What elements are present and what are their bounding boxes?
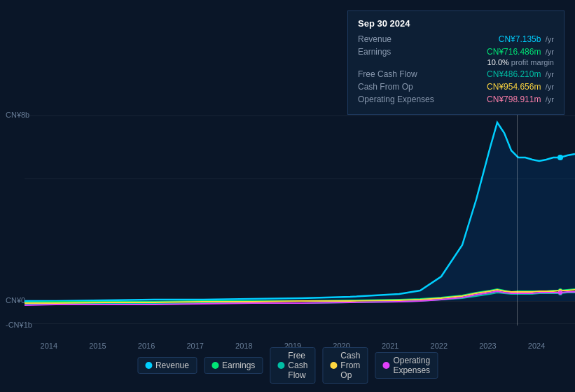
tooltip-label-earnings: Earnings <box>358 47 442 57</box>
legend-dot-cashop <box>330 362 337 369</box>
tooltip-label-cashop: Cash From Op <box>358 82 442 92</box>
opex-dot <box>558 290 562 295</box>
legend-item-cashop[interactable]: Cash From Op <box>322 347 368 384</box>
data-tooltip: Sep 30 2024 Revenue CN¥7.135b /yr Earnin… <box>347 10 564 115</box>
tooltip-value-revenue: CN¥7.135b /yr <box>499 34 554 44</box>
legend-label-cashop: Cash From Op <box>340 351 360 380</box>
legend-dot-opex <box>382 362 389 369</box>
tooltip-label-opex: Operating Expenses <box>358 94 442 104</box>
legend-item-earnings[interactable]: Earnings <box>204 357 263 374</box>
hover-line <box>517 112 518 326</box>
x-label-2014: 2014 <box>41 342 57 350</box>
legend-dot-earnings <box>212 362 219 369</box>
legend-label-earnings: Earnings <box>222 360 255 370</box>
legend-item-revenue[interactable]: Revenue <box>137 357 197 374</box>
tooltip-row-fcf: Free Cash Flow CN¥486.210m /yr <box>358 69 554 79</box>
legend-item-fcf[interactable]: Free Cash Flow <box>270 347 315 384</box>
tooltip-row-earnings: Earnings CN¥716.486m /yr <box>358 47 554 57</box>
chart-legend: Revenue Earnings Free Cash Flow Cash Fro… <box>137 347 438 384</box>
tooltip-value-fcf: CN¥486.210m /yr <box>487 69 554 79</box>
tooltip-date: Sep 30 2024 <box>358 18 554 29</box>
tooltip-row-cashop: Cash From Op CN¥954.656m /yr <box>358 82 554 92</box>
revenue-fill <box>25 122 575 301</box>
x-label-2015: 2015 <box>89 342 106 350</box>
legend-dot-fcf <box>277 362 284 369</box>
profit-margin-text: 10.0% profit margin <box>358 58 554 66</box>
legend-label-opex: Operating Expenses <box>393 356 430 375</box>
profit-margin-value: 10.0% <box>487 58 509 66</box>
tooltip-value-cashop: CN¥954.656m /yr <box>487 82 554 92</box>
revenue-dot <box>557 155 563 160</box>
tooltip-label-revenue: Revenue <box>358 34 442 44</box>
legend-label-fcf: Free Cash Flow <box>288 351 307 380</box>
x-label-2024: 2024 <box>528 342 545 350</box>
x-label-2023: 2023 <box>479 342 496 350</box>
tooltip-value-opex: CN¥798.911m /yr <box>487 94 554 104</box>
legend-dot-revenue <box>145 362 152 369</box>
tooltip-label-fcf: Free Cash Flow <box>358 69 442 79</box>
tooltip-value-earnings: CN¥716.486m /yr <box>487 47 554 57</box>
tooltip-row-opex: Operating Expenses CN¥798.911m /yr <box>358 94 554 104</box>
legend-item-opex[interactable]: Operating Expenses <box>375 352 438 379</box>
legend-label-revenue: Revenue <box>155 360 189 370</box>
tooltip-row-revenue: Revenue CN¥7.135b /yr <box>358 34 554 44</box>
